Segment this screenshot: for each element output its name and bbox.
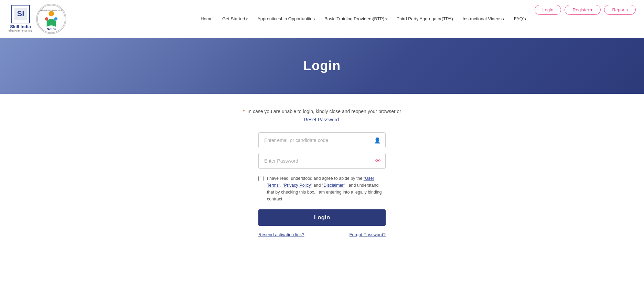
password-input-wrapper: 👁 xyxy=(258,153,386,169)
skill-india-logo-box: SI xyxy=(11,5,30,23)
terms-checkbox[interactable] xyxy=(258,176,264,181)
header: SI Skill India कौशल भारत-कुशल भारत xyxy=(0,0,644,38)
svg-point-4 xyxy=(45,17,49,21)
nav-apprenticeship[interactable]: Apprenticeship Opportunities xyxy=(253,14,320,23)
register-header-button[interactable]: Register ▾ xyxy=(565,5,601,15)
naps-logo: NAPS NATIONAL APPRENTICESHIP xyxy=(36,4,66,34)
svg-point-5 xyxy=(54,17,58,21)
terms-label[interactable]: I have read, understood and agree to abi… xyxy=(267,175,386,202)
nav-get-started[interactable]: Get Started xyxy=(217,14,253,23)
password-input[interactable] xyxy=(258,153,386,169)
form-links: Resend activation link? Forgot Password? xyxy=(258,232,386,237)
email-input[interactable] xyxy=(258,132,386,148)
email-input-wrapper: 👤 xyxy=(258,132,386,148)
nav-tpa[interactable]: Third Party Aggregator(TPA) xyxy=(392,14,458,23)
nav-faqs[interactable]: FAQ's xyxy=(509,14,531,23)
terms-checkbox-row: I have read, understood and agree to abi… xyxy=(258,175,386,202)
login-form: 👤 👁 I have read, understood and agree to… xyxy=(258,132,386,237)
naps-circle: NAPS NATIONAL APPRENTICESHIP xyxy=(36,4,66,34)
resend-activation-link[interactable]: Resend activation link? xyxy=(258,232,304,237)
svg-text:NATIONAL APPRENTICESHIP: NATIONAL APPRENTICESHIP xyxy=(40,10,63,11)
info-text: In case you are unable to login, kindly … xyxy=(247,109,401,114)
reports-header-button[interactable]: Reports xyxy=(604,5,636,15)
checkbox-prefix: I have read, understood and agree to abi… xyxy=(267,176,362,181)
nav-instructional-videos[interactable]: Instructional Videos xyxy=(458,14,509,23)
svg-text:NAPS: NAPS xyxy=(47,27,56,31)
disclaimer-link[interactable]: "Disclaimer" xyxy=(322,183,345,188)
checkbox-and: and xyxy=(314,183,322,188)
svg-text:SI: SI xyxy=(17,9,24,18)
login-header-button[interactable]: Login xyxy=(535,5,561,15)
login-submit-button[interactable]: Login xyxy=(258,209,386,226)
nav-btp[interactable]: Basic Training Providers(BTP) xyxy=(320,14,392,23)
main-content: * In case you are unable to login, kindl… xyxy=(0,94,644,258)
skill-india-brand-sub: कौशल भारत-कुशल भारत xyxy=(8,29,33,33)
page-title: Login xyxy=(7,58,637,73)
hero-banner: Login xyxy=(0,38,644,94)
logo-area: SI Skill India कौशल भारत-कुशल भारत xyxy=(8,4,91,34)
register-chevron-icon: ▾ xyxy=(590,7,593,12)
skill-india-brand-name: Skill India xyxy=(10,24,31,29)
info-message: * In case you are unable to login, kindl… xyxy=(236,108,408,124)
forgot-password-link[interactable]: Forgot Password? xyxy=(350,232,386,237)
eye-icon[interactable]: 👁 xyxy=(375,158,381,164)
privacy-policy-link[interactable]: "Privacy Policy" xyxy=(282,183,312,188)
reset-password-link[interactable]: Reset Password. xyxy=(304,117,340,122)
asterisk-icon: * xyxy=(243,109,245,114)
svg-point-3 xyxy=(49,11,54,16)
header-actions: Login Register ▾ Reports xyxy=(535,5,636,15)
nav-home[interactable]: Home xyxy=(196,14,217,23)
skill-india-logo: SI Skill India कौशल भारत-कुशल भारत xyxy=(8,5,33,33)
main-nav: Home Get Started Apprenticeship Opportun… xyxy=(91,14,636,23)
